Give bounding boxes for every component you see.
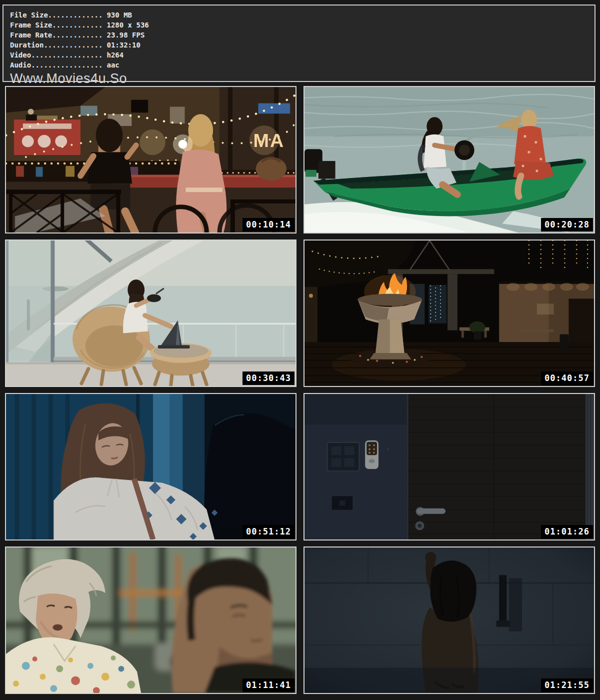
handbag [256,157,287,180]
timestamp-badge: 00:30:43 [242,372,294,385]
timestamp-badge: 00:51:12 [242,525,294,538]
info-value: 23.98 FPS [106,31,144,39]
info-line-duration: Duration..............01:32:10 [10,40,594,50]
thumbnail-4-courtyard: 00:40:57 [304,240,595,387]
info-line-audio: Audio.................aac [10,60,594,70]
timestamp-badge: 00:20:28 [541,218,593,232]
thumbnail-scene-dark-door [304,394,594,540]
info-line-frame-rate: Frame Rate............23.98 FPS [10,30,594,40]
media-preview-sheet: File Size.............930 MB Frame Size.… [0,0,600,700]
thumbnail-2-speedboat: 00:20:28 [304,86,595,234]
thumbnail-5-woman-blouse: 00:51:12 [5,393,296,540]
info-label: Duration [10,41,44,49]
screenshot-grid: MA [5,86,595,694]
timestamp-badge: 00:10:14 [242,218,294,232]
info-label: Audio [10,61,31,69]
dot-leader: ............. [48,11,103,19]
info-value: 930 MB [106,11,132,19]
thumbnail-scene-speedboat [304,87,594,232]
thumbnail-scene-woman-blouse [6,394,296,540]
dot-leader: ................. [31,51,102,59]
thumbnail-scene-shower [304,548,594,693]
info-label: Frame Rate [10,31,52,39]
info-label: File Size [10,11,48,19]
site-watermark: Www.Movies4u.So [10,71,594,86]
thumbnail-scene-two-men [6,548,296,693]
thumbnail-7-two-men: 01:11:41 [5,546,296,694]
info-value: 01:32:10 [106,41,140,49]
thumbnail-3-balcony: 00:30:43 [5,240,296,387]
timestamp-badge: 01:11:41 [242,678,294,692]
dot-leader: ............ [52,21,102,29]
info-label: Frame Size [10,21,52,29]
info-line-video: Video.................h264 [10,50,594,60]
info-label: Video [10,51,31,59]
thumbnail-scene-night-market: MA [6,87,296,232]
timestamp-badge: 00:40:57 [541,372,593,385]
dot-leader: ............ [52,31,102,39]
thumbnail-8-shower: 01:21:55 [304,546,595,694]
dot-leader: .............. [44,41,102,49]
thumbnail-6-dark-door: 01:01:26 [304,393,595,540]
dot-leader: ................. [31,61,102,69]
timestamp-badge: 01:01:26 [541,525,593,538]
thumbnail-scene-courtyard [304,240,594,386]
thumbnail-scene-balcony [6,240,296,386]
info-value: 1280 x 536 [106,21,148,29]
info-value: h264 [106,51,124,59]
info-line-frame-size: Frame Size............1280 x 536 [10,20,594,30]
thumbnail-1-night-market: MA [5,86,296,234]
info-value: aac [106,61,119,69]
timestamp-badge: 01:21:55 [541,678,593,692]
media-info-panel: File Size.............930 MB Frame Size.… [2,4,596,82]
info-line-file-size: File Size.............930 MB [10,10,594,20]
marquee-letters: MA [254,130,285,151]
